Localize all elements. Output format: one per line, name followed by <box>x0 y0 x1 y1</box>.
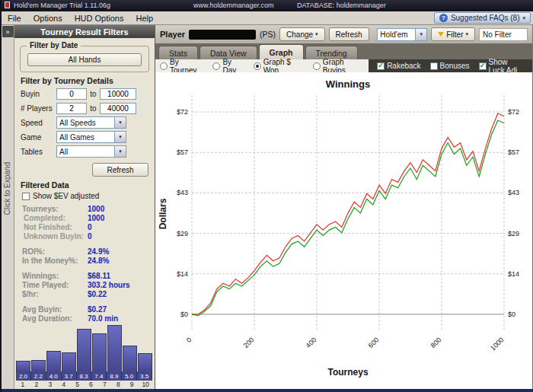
histogram-bar <box>92 333 107 371</box>
chevron-down-icon[interactable]: ▼ <box>114 132 126 142</box>
menu-hud-options[interactable]: HUD Options <box>69 13 130 24</box>
speed-select-value: All Speeds <box>59 119 96 127</box>
radio-icon[interactable] <box>160 62 168 70</box>
players-label: # Players <box>21 104 56 113</box>
ev-adjusted-label: Show $EV adjusted <box>33 192 99 200</box>
winnings-chart: Winnings Dollars Tourneys 02004006008001… <box>155 72 533 389</box>
stat-label: Completed: <box>22 214 88 223</box>
suggested-faqs-button[interactable]: ? Suggested FAQs (8) ▾ <box>434 12 531 24</box>
change-player-button[interactable]: Change ▾ <box>279 27 325 41</box>
histogram-x-label: 9 <box>125 381 139 389</box>
radio-icon[interactable] <box>313 62 321 70</box>
checkbox-bonuses[interactable]: Bonuses <box>426 62 474 70</box>
stat-label: Time Played: <box>22 281 88 290</box>
series-luck-adjusted <box>192 113 504 314</box>
histogram-x-label: 1 <box>16 381 30 389</box>
titlebar: Hold'em Manager Trial 1.11.06g www.holde… <box>2 0 533 11</box>
chevron-down-icon[interactable]: ▼ <box>114 146 126 157</box>
y-tick-label-right: $43 <box>508 189 519 196</box>
ev-adjusted-checkbox[interactable] <box>22 193 30 200</box>
filter-status: No Filter <box>479 28 528 41</box>
buyin-to-input[interactable] <box>100 88 136 100</box>
click-to-expand-label[interactable]: Click to Expand <box>3 162 11 215</box>
y-tick-label-right: $0 <box>508 311 515 318</box>
checkbox-icon[interactable] <box>479 62 487 70</box>
sidebar-refresh-row: Refresh <box>21 163 148 177</box>
tab-label: Stats <box>169 49 187 58</box>
stat-roi: ROI%: 24.9% <box>22 247 155 257</box>
menubar: File Options HUD Options Help ? Suggeste… <box>2 11 533 25</box>
chart-title: Winnings <box>326 78 370 90</box>
checkbox-icon[interactable] <box>430 62 438 70</box>
histogram-value-label: 7.4 <box>91 371 107 381</box>
chevron-down-icon[interactable]: ▼ <box>415 29 426 40</box>
checkbox-icon[interactable] <box>377 62 385 70</box>
radio-icon[interactable] <box>254 62 261 70</box>
histogram-value-label: 3.7 <box>62 371 77 381</box>
menu-help[interactable]: Help <box>129 13 159 24</box>
game-label: Game <box>21 133 56 142</box>
game-select-value: All Games <box>59 133 94 142</box>
chart-ylabel: Dollars <box>158 198 168 229</box>
filter-by-date-group: Filter by Date All Hands <box>20 46 149 72</box>
y-tick-label-left: $29 <box>177 230 188 237</box>
menu-options[interactable]: Options <box>27 13 69 24</box>
y-tick-label-right: $14 <box>508 270 519 278</box>
graph-options-row: By Tourney By Day Graph $ Won Graph Buyi… <box>155 59 532 72</box>
menu-file[interactable]: File <box>2 13 27 24</box>
chevron-down-icon[interactable]: ▼ <box>114 117 126 128</box>
taskbar-edge <box>2 389 533 392</box>
histogram-bars <box>14 323 154 371</box>
y-tick-label-left: $72 <box>177 108 188 116</box>
tables-filter-row: Tables All ▼ <box>21 145 148 158</box>
speed-filter-row: Speed All Speeds ▼ <box>21 116 148 129</box>
players-to-input[interactable] <box>100 103 136 114</box>
speed-select[interactable]: All Speeds ▼ <box>56 116 126 129</box>
buyin-from-input[interactable] <box>56 88 87 100</box>
players-to-label: to <box>87 104 100 113</box>
expand-toggle-button[interactable]: » <box>2 26 14 37</box>
stat-per-hour: $/hr: $0.22 <box>22 290 155 299</box>
y-tick-label-right: $57 <box>508 148 519 156</box>
speed-label: Speed <box>21 119 56 127</box>
ev-adjusted-row[interactable]: Show $EV adjusted <box>22 192 147 200</box>
stat-value: 24.8% <box>88 257 109 266</box>
stat-value: $0.22 <box>88 290 107 299</box>
histogram-x-label: 5 <box>71 381 85 389</box>
tab-label: Trending <box>316 49 347 58</box>
player-refresh-button[interactable]: Refresh <box>329 27 369 41</box>
stat-value: 0 <box>88 232 92 241</box>
x-tick-label: 800 <box>429 336 443 349</box>
sidebar-refresh-button[interactable]: Refresh <box>92 163 148 177</box>
graph-checkbox-group: Rakeback Bonuses Show Luck Adj <box>369 59 532 72</box>
faq-label: Suggested FAQs (8) <box>451 14 520 22</box>
y-tick-label-left: $57 <box>177 148 188 156</box>
radio-icon[interactable] <box>212 62 220 70</box>
filter-button-label: Filter <box>446 30 463 39</box>
histogram-x-label: 2 <box>30 381 43 389</box>
histogram-value-label: 4.0 <box>46 371 62 381</box>
stat-itm: In the Money%: 24.8% <box>22 257 155 266</box>
change-player-label: Change <box>286 30 313 39</box>
game-select[interactable]: All Games ▼ <box>56 131 126 143</box>
all-hands-button[interactable]: All Hands <box>27 53 142 66</box>
histogram-value-label: 2.0 <box>16 371 31 381</box>
histogram-bar <box>16 361 30 371</box>
checkbox-rakeback[interactable]: Rakeback <box>373 62 424 70</box>
filtered-data-label: Filtered Data <box>21 180 148 190</box>
game-type-select[interactable]: Hold'em ▼ <box>377 28 427 41</box>
stat-avg-buyin: Avg Buyin: $0.27 <box>22 305 155 314</box>
app-window: Hold'em Manager Trial 1.11.06g www.holde… <box>0 0 533 392</box>
players-from-input[interactable] <box>56 103 87 114</box>
chart-panel: Winnings Dollars Tourneys 02004006008001… <box>155 72 532 389</box>
main-area: Player (PS) Change ▾ Refresh Hold'em ▼ F… <box>155 25 532 389</box>
x-tick-label: 1000 <box>489 336 505 352</box>
filters-sidebar: Tourney Result Filters Filter by Date Al… <box>14 25 155 389</box>
players-filter-row: # Players to <box>21 102 148 114</box>
tables-select-value: All <box>59 148 68 156</box>
filter-button[interactable]: Filter ▾ <box>431 27 475 41</box>
tables-select[interactable]: All ▼ <box>56 145 126 158</box>
titlebar-url: www.holdemmanager.com <box>193 2 274 9</box>
stat-tourneys: Tourneys: 1000 <box>22 205 155 214</box>
titlebar-database: DATABASE: holdemmanager <box>297 2 386 9</box>
